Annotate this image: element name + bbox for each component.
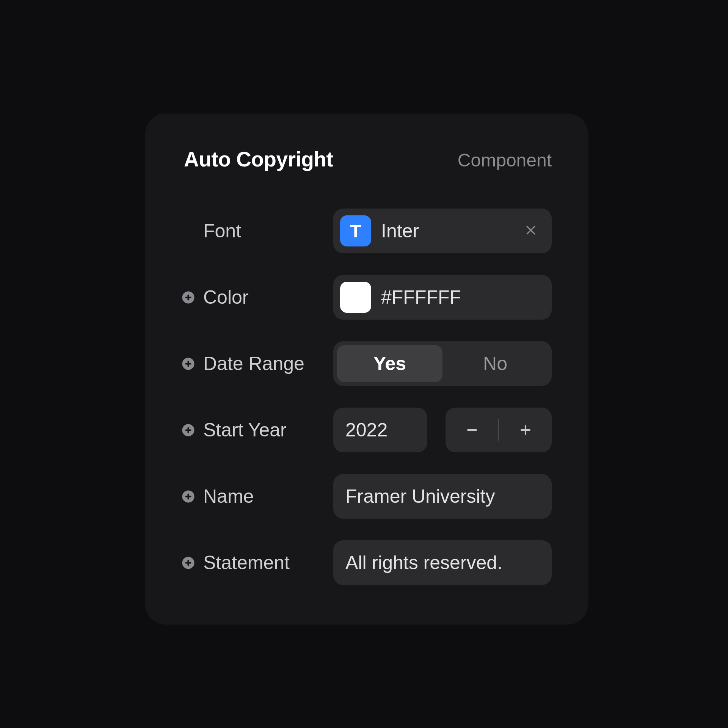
statement-input[interactable]: All rights reserved.	[333, 540, 552, 585]
label-text-font: Font	[203, 220, 241, 242]
label-text-statement: Statement	[203, 552, 290, 574]
label-name: Name	[182, 485, 333, 507]
label-statement: Statement	[182, 552, 333, 574]
svg-rect-7	[187, 361, 189, 367]
label-date-range: Date Range	[182, 353, 333, 375]
color-swatch	[340, 282, 371, 313]
date-range-toggle: Yes No	[333, 341, 552, 386]
font-value: Inter	[381, 220, 515, 242]
plus-circle-icon[interactable]	[182, 424, 195, 437]
row-start-year: Start Year 2022	[182, 408, 552, 452]
row-date-range: Date Range Yes No	[182, 341, 552, 386]
plus-circle-icon[interactable]	[182, 556, 195, 570]
label-text-date-range: Date Range	[203, 353, 304, 375]
name-value: Framer University	[345, 485, 540, 507]
plus-circle-icon[interactable]	[182, 357, 195, 370]
label-text-start-year: Start Year	[203, 419, 287, 441]
name-input[interactable]: Framer University	[333, 474, 552, 519]
svg-rect-19	[187, 560, 189, 566]
label-start-year: Start Year	[182, 419, 333, 441]
label-text-color: Color	[203, 286, 248, 308]
color-picker[interactable]: #FFFFFF	[333, 275, 552, 320]
panel-title: Auto Copyright	[184, 147, 333, 171]
plus-circle-icon[interactable]	[182, 490, 195, 503]
font-type-icon: T	[340, 215, 371, 246]
row-name: Name Framer University	[182, 474, 552, 519]
panel-header: Auto Copyright Component	[182, 147, 552, 171]
close-icon[interactable]	[524, 221, 540, 240]
segment-yes[interactable]: Yes	[337, 345, 442, 382]
start-year-input[interactable]: 2022	[333, 408, 427, 452]
svg-rect-16	[187, 493, 189, 499]
row-color: Color #FFFFFF	[182, 275, 552, 320]
plus-circle-icon[interactable]	[182, 291, 195, 304]
statement-value: All rights reserved.	[345, 552, 540, 574]
row-statement: Statement All rights reserved.	[182, 540, 552, 585]
color-value: #FFFFFF	[381, 286, 540, 308]
segment-no[interactable]: No	[442, 345, 548, 382]
row-font: Font T Inter	[182, 209, 552, 253]
label-color: Color	[182, 286, 333, 308]
label-text-name: Name	[203, 485, 254, 507]
label-font: Font	[182, 220, 333, 242]
stepper-plus-button[interactable]	[499, 408, 552, 452]
font-picker[interactable]: T Inter	[333, 209, 552, 253]
year-stepper	[446, 408, 552, 452]
properties-panel: Auto Copyright Component Font T Inter Co…	[145, 114, 588, 624]
svg-rect-10	[187, 427, 189, 433]
start-year-value: 2022	[345, 419, 415, 441]
panel-subtitle: Component	[458, 150, 552, 171]
svg-rect-4	[187, 294, 189, 300]
stepper-minus-button[interactable]	[446, 408, 498, 452]
